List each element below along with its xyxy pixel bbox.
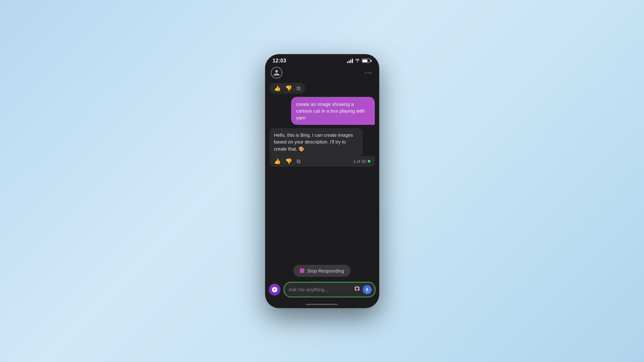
status-time: 12:03: [273, 58, 286, 64]
signal-bars-icon: [347, 59, 353, 63]
input-placeholder: Ask me anything...: [289, 287, 352, 292]
copy-button-top[interactable]: ⧉: [297, 86, 300, 91]
home-bar: [306, 304, 338, 305]
more-options-button[interactable]: ···: [364, 68, 374, 78]
thumbs-up-button-top[interactable]: 👍: [274, 86, 281, 91]
input-avatar: [269, 284, 280, 295]
battery-icon: [362, 59, 372, 63]
input-box[interactable]: Ask me anything...: [284, 282, 375, 297]
counter-badge: 1 of 30: [353, 159, 370, 164]
thumbs-down-button-top[interactable]: 👎: [285, 86, 292, 91]
microphone-button[interactable]: [363, 285, 372, 294]
copy-button-ai[interactable]: ⧉: [297, 159, 300, 164]
person-icon: [273, 69, 280, 76]
home-indicator: [265, 302, 379, 308]
phone-frame: 12:03 ···: [265, 54, 379, 308]
ai-message-bubble: Hello, this is Bing. I can create images…: [270, 128, 363, 157]
wifi-icon: [355, 58, 360, 63]
thumbs-down-button-ai[interactable]: 👎: [285, 159, 292, 164]
status-icons: [347, 58, 372, 63]
counter-text: 1 of 30: [353, 159, 366, 164]
reaction-bar-top: 👍 👎 ⧉: [270, 83, 305, 94]
chat-area: 👍 👎 ⧉ create an image showing a cartoon …: [265, 81, 379, 262]
ai-message-container: Hello, this is Bing. I can create images…: [270, 128, 375, 167]
green-dot-icon: [368, 160, 370, 162]
stop-responding-area: Stop Responding: [265, 262, 379, 280]
bing-icon: [271, 286, 278, 293]
user-message-bubble: create an image showing a cartoon cat in…: [291, 97, 375, 125]
camera-button[interactable]: [354, 286, 360, 293]
user-message-text: create an image showing a cartoon cat in…: [296, 101, 365, 120]
input-row: Ask me anything...: [265, 280, 379, 302]
stop-responding-label: Stop Responding: [307, 268, 344, 274]
nav-bar: ···: [265, 65, 379, 81]
status-bar: 12:03: [265, 54, 379, 65]
stop-responding-button[interactable]: Stop Responding: [293, 265, 350, 277]
ai-message-text: Hello, this is Bing. I can create images…: [274, 133, 353, 152]
thumbs-up-button-ai[interactable]: 👍: [274, 159, 281, 164]
stop-square-icon: [300, 268, 304, 273]
reaction-icons: 👍 👎 ⧉: [274, 159, 300, 164]
ai-reaction-row: 👍 👎 ⧉ 1 of 30: [270, 156, 375, 167]
avatar-button[interactable]: [271, 67, 282, 79]
